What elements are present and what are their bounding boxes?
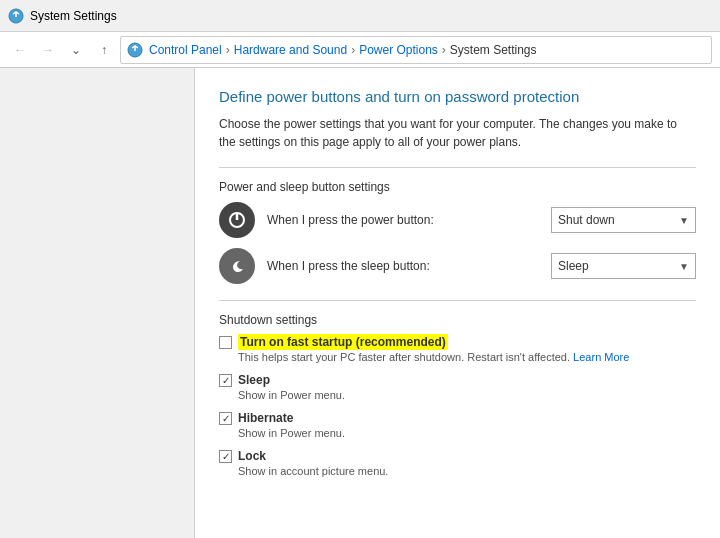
divider-2 xyxy=(219,300,696,301)
title-bar-icon xyxy=(8,8,24,24)
lock-row: Lock xyxy=(219,449,696,463)
shutdown-settings: Shutdown settings Turn on fast startup (… xyxy=(219,313,696,477)
button-settings: When I press the power button: Shut down… xyxy=(219,202,696,284)
sleep-button-label: When I press the sleep button: xyxy=(267,259,539,273)
lock-checkbox[interactable] xyxy=(219,450,232,463)
breadcrumb-hardware-sound[interactable]: Hardware and Sound xyxy=(234,43,347,57)
hibernate-label: Hibernate xyxy=(238,411,293,425)
sleep-checkbox[interactable] xyxy=(219,374,232,387)
fast-startup-group: Turn on fast startup (recommended) This … xyxy=(219,335,696,363)
sidebar xyxy=(0,68,195,538)
sleep-icon xyxy=(219,248,255,284)
power-sleep-section-header: Power and sleep button settings xyxy=(219,180,696,194)
forward-button[interactable]: → xyxy=(36,38,60,62)
sleep-row: Sleep xyxy=(219,373,696,387)
learn-more-link[interactable]: Learn More xyxy=(573,351,629,363)
title-bar: System Settings xyxy=(0,0,720,32)
content-area: Define power buttons and turn on passwor… xyxy=(195,68,720,538)
power-icon xyxy=(219,202,255,238)
power-icon-svg xyxy=(227,210,247,230)
sleep-icon-svg xyxy=(227,256,247,276)
title-bar-title: System Settings xyxy=(30,9,117,23)
power-button-row: When I press the power button: Shut down… xyxy=(219,202,696,238)
page-description: Choose the power settings that you want … xyxy=(219,115,696,151)
fast-startup-highlight: Turn on fast startup (recommended) xyxy=(238,334,448,350)
fast-startup-sub: This helps start your PC faster after sh… xyxy=(238,351,696,363)
sleep-label: Sleep xyxy=(238,373,270,387)
fast-startup-label: Turn on fast startup (recommended) xyxy=(238,335,448,349)
main-layout: Define power buttons and turn on passwor… xyxy=(0,68,720,538)
up-button[interactable]: ↑ xyxy=(92,38,116,62)
lock-group: Lock Show in account picture menu. xyxy=(219,449,696,477)
recent-button[interactable]: ⌄ xyxy=(64,38,88,62)
address-bar: ← → ⌄ ↑ Control Panel › Hardware and Sou… xyxy=(0,32,720,68)
back-button[interactable]: ← xyxy=(8,38,32,62)
power-dropdown-arrow: ▼ xyxy=(679,215,689,226)
power-button-label: When I press the power button: xyxy=(267,213,539,227)
breadcrumb-system-settings: System Settings xyxy=(450,43,537,57)
lock-sub: Show in account picture menu. xyxy=(238,465,696,477)
power-button-dropdown[interactable]: Shut down ▼ xyxy=(551,207,696,233)
hibernate-sub: Show in Power menu. xyxy=(238,427,696,439)
hibernate-group: Hibernate Show in Power menu. xyxy=(219,411,696,439)
breadcrumb-control-panel[interactable]: Control Panel xyxy=(149,43,222,57)
breadcrumb-icon xyxy=(127,42,147,58)
power-button-value: Shut down xyxy=(558,213,615,227)
hibernate-row: Hibernate xyxy=(219,411,696,425)
lock-label: Lock xyxy=(238,449,266,463)
sleep-button-value: Sleep xyxy=(558,259,589,273)
sleep-group: Sleep Show in Power menu. xyxy=(219,373,696,401)
breadcrumb-power-options[interactable]: Power Options xyxy=(359,43,438,57)
fast-startup-checkbox[interactable] xyxy=(219,336,232,349)
shutdown-section-header: Shutdown settings xyxy=(219,313,696,327)
page-title: Define power buttons and turn on passwor… xyxy=(219,88,696,105)
sleep-button-dropdown[interactable]: Sleep ▼ xyxy=(551,253,696,279)
sleep-sub: Show in Power menu. xyxy=(238,389,696,401)
fast-startup-row: Turn on fast startup (recommended) xyxy=(219,335,696,349)
divider-1 xyxy=(219,167,696,168)
sleep-button-row: When I press the sleep button: Sleep ▼ xyxy=(219,248,696,284)
breadcrumb: Control Panel › Hardware and Sound › Pow… xyxy=(120,36,712,64)
hibernate-checkbox[interactable] xyxy=(219,412,232,425)
sleep-dropdown-arrow: ▼ xyxy=(679,261,689,272)
